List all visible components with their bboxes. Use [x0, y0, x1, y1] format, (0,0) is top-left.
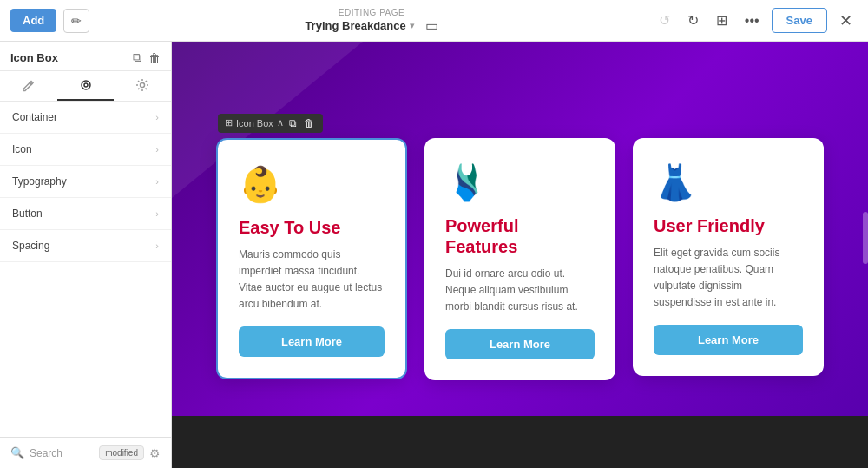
settings-item-container[interactable]: Container › — [0, 102, 171, 134]
chevron-right-icon: › — [155, 176, 159, 187]
bottom-bar: 🔍 Search modified ⚙ — [0, 437, 171, 468]
panel-title: Icon Box — [10, 51, 58, 64]
card-title-easy: Easy To Use — [239, 217, 385, 238]
card-title-powerful: Powerful Features — [445, 215, 595, 257]
top-bar-center: EDITING PAGE Trying Breakdance ▾ ▭ — [305, 8, 437, 34]
card-toolbar-delete[interactable]: 🗑 — [302, 117, 316, 129]
card-text-friendly: Elit eget gravida cum sociis natoque pen… — [654, 245, 803, 312]
close-button[interactable]: ✕ — [834, 8, 858, 34]
tab-layout[interactable] — [57, 71, 115, 101]
card-icon-dress: 👗 — [654, 162, 803, 203]
chevron-right-icon: › — [155, 112, 159, 122]
svg-point-1 — [84, 83, 88, 87]
search-icon: 🔍 — [10, 446, 24, 459]
top-bar-right: ↺ ↻ ⊞ ••• Save ✕ — [654, 8, 858, 34]
card-text-easy: Mauris commodo quis imperdiet massa tinc… — [239, 247, 385, 313]
settings-item-button[interactable]: Button › — [0, 198, 171, 230]
layers-button[interactable]: ⊞ — [711, 9, 733, 32]
card-easy-to-use[interactable]: ⊞ Icon Box ∧ ⧉ 🗑 👶 Easy To Use Mauris co… — [216, 138, 407, 380]
settings-item-label: Container — [12, 111, 57, 123]
add-button[interactable]: Add — [10, 9, 56, 32]
settings-item-label: Spacing — [12, 240, 49, 252]
chevron-down-icon[interactable]: ▾ — [410, 20, 415, 31]
top-bar: Add ✏ EDITING PAGE Trying Breakdance ▾ ▭… — [0, 0, 868, 42]
more-options-button[interactable]: ••• — [740, 10, 765, 32]
tab-style[interactable] — [0, 71, 57, 101]
search-area: 🔍 Search — [10, 446, 62, 459]
main-layout: Icon Box ⧉ 🗑 — [0, 42, 868, 468]
card-powerful-features[interactable]: 🩱 Powerful Features Dui id ornare arcu o… — [424, 138, 615, 381]
svg-point-2 — [141, 83, 145, 88]
monitor-icon[interactable]: ▭ — [425, 17, 438, 34]
panel-tabs — [0, 71, 171, 102]
editing-label: EDITING PAGE — [339, 8, 404, 17]
settings-item-label: Typography — [12, 175, 67, 188]
page-name-row: Trying Breakdance ▾ ▭ — [305, 17, 437, 34]
card-text-powerful: Dui id ornare arcu odio ut. Neque aliqua… — [445, 266, 595, 316]
duplicate-button[interactable]: ⧉ — [133, 50, 141, 65]
card-toolbar-label: Icon Box — [236, 118, 273, 129]
chevron-right-icon: › — [155, 241, 159, 251]
cards-wrapper: ⊞ Icon Box ∧ ⧉ 🗑 👶 Easy To Use Mauris co… — [216, 129, 824, 381]
panel-header: Icon Box ⧉ 🗑 — [0, 42, 171, 71]
card-title-friendly: User Friendly — [654, 215, 803, 236]
card-toolbar-chevron: ∧ — [277, 117, 284, 129]
card-user-friendly[interactable]: 👗 User Friendly Elit eget gravida cum so… — [633, 138, 824, 377]
settings-item-label: Button — [12, 208, 43, 220]
top-bar-left: Add ✏ — [10, 9, 89, 33]
settings-item-label: Icon — [12, 143, 32, 155]
redo-button[interactable]: ↻ — [682, 9, 704, 32]
page-name: Trying Breakdance — [305, 19, 405, 32]
modified-badge: modified — [99, 445, 144, 460]
bottom-band — [172, 416, 868, 468]
save-button[interactable]: Save — [772, 8, 827, 33]
card-toolbar-duplicate[interactable]: ⧉ — [287, 117, 299, 129]
delete-button[interactable]: 🗑 — [148, 50, 161, 65]
card-icon-baby-onesie: 👶 — [239, 164, 385, 205]
settings-list: Container › Icon › Typography › Button ›… — [0, 102, 171, 437]
card-btn-easy[interactable]: Learn More — [239, 326, 385, 357]
tab-settings[interactable] — [114, 71, 171, 101]
canvas-area: ⊞ Icon Box ∧ ⧉ 🗑 👶 Easy To Use Mauris co… — [172, 42, 868, 468]
settings-item-typography[interactable]: Typography › — [0, 166, 171, 198]
chevron-right-icon: › — [155, 208, 159, 219]
settings-gear-icon[interactable]: ⚙ — [149, 446, 161, 460]
panel-actions: ⧉ 🗑 — [133, 50, 161, 65]
card-btn-powerful[interactable]: Learn More — [445, 329, 595, 359]
canvas-inner: ⊞ Icon Box ∧ ⧉ 🗑 👶 Easy To Use Mauris co… — [172, 42, 868, 468]
card-btn-friendly[interactable]: Learn More — [654, 325, 803, 355]
svg-point-0 — [82, 81, 90, 89]
undo-button[interactable]: ↺ — [654, 9, 675, 32]
card-icon-shirt: 🩱 — [445, 162, 595, 203]
card-toolbar-icon: ⊞ — [225, 117, 233, 129]
settings-item-icon[interactable]: Icon › — [0, 134, 171, 166]
scroll-handle[interactable] — [863, 212, 868, 264]
chevron-right-icon: › — [155, 144, 159, 155]
edit-icon-button[interactable]: ✏ — [63, 9, 89, 33]
settings-item-spacing[interactable]: Spacing › — [0, 230, 171, 262]
left-panel: Icon Box ⧉ 🗑 — [0, 42, 172, 468]
card-toolbar: ⊞ Icon Box ∧ ⧉ 🗑 — [218, 114, 323, 133]
search-label[interactable]: Search — [30, 447, 62, 459]
